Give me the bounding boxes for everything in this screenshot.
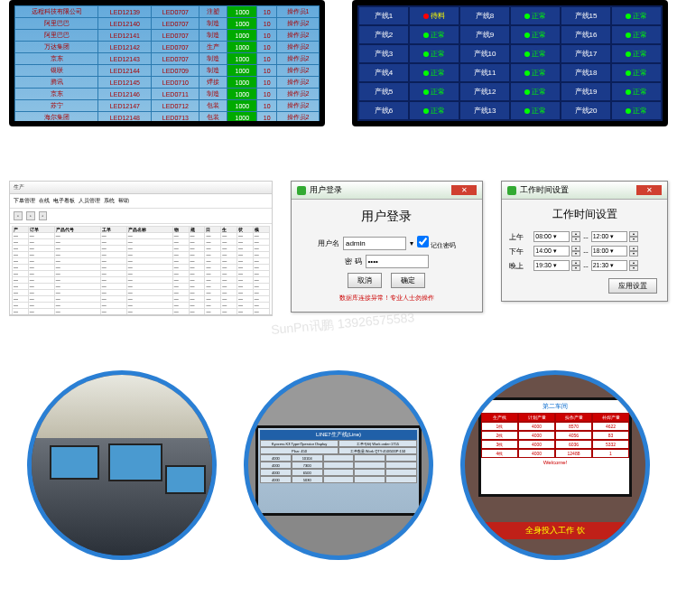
login-dialog: 用户登录 ✕ 用户登录 用户名 ▾ 记住密码 密 码 取消 确定 数据库连接异常…	[291, 181, 484, 313]
menu-item[interactable]: 下单管理	[14, 197, 35, 205]
menu-item[interactable]: 电子看板	[53, 197, 75, 205]
photo-3: 第二车间 生产线计划产量操作产量补焊产量1线4000857046222线4000…	[460, 370, 650, 560]
app-titlebar: 生产	[10, 182, 272, 194]
line-status-grid: 产线1待料产线8正常产线15正常产线2正常产线9正常产线16正常产线3正常产线1…	[359, 7, 661, 121]
app-icon	[297, 186, 306, 195]
worktime-dialog: 工作时间设置 ✕ 工作时间设置 上午08:00 ▾▴▾--12:00 ▾▴▾下午…	[501, 181, 668, 302]
worktime-heading: 工作时间设置	[509, 207, 660, 222]
app-footer: 新增 修改	[10, 314, 272, 316]
close-icon[interactable]: ✕	[636, 185, 662, 195]
management-app-window: 生产 下单管理在线电子看板人员管理系统帮助 ▫ ▫ ▫ 产订单产品代号工单产品名…	[9, 181, 273, 316]
toolbar-btn[interactable]: ▫	[39, 211, 48, 220]
time-from[interactable]: 19:30 ▾	[533, 260, 570, 271]
order-table: 远程科技有限公司LED12139LED0707注塑100010操作员1阿里巴巴L…	[14, 5, 320, 121]
worktime-titlebar: 工作时间设置 ✕	[502, 182, 667, 200]
apply-button[interactable]: 应用设置	[608, 278, 657, 294]
workshop-title: 第二车间	[481, 400, 629, 413]
login-heading: 用户登录	[301, 209, 474, 225]
menu-item[interactable]: 人员管理	[79, 197, 100, 205]
username-input[interactable]	[343, 237, 406, 250]
dropdown-icon[interactable]: ▾	[410, 239, 413, 247]
toolbar-btn[interactable]: ▫	[26, 211, 35, 220]
app-icon	[507, 186, 516, 195]
data-grid[interactable]: 产订单产品代号工单产品名称物规日生状模—————————————————————…	[12, 226, 270, 314]
worktime-window-title: 工作时间设置	[520, 184, 569, 196]
menu-item[interactable]: 在线	[39, 197, 50, 205]
monitor-1-screen: 远程科技有限公司LED12139LED0707注塑100010操作员1阿里巴巴L…	[14, 5, 320, 121]
close-icon[interactable]: ✕	[451, 185, 477, 195]
line-screen: LINE7生产线(Line) Kyocera K3 Type:Operator …	[255, 425, 422, 516]
time-from[interactable]: 14:00 ▾	[533, 246, 570, 257]
welcome-text: Welcome!	[481, 458, 629, 467]
cancel-button[interactable]: 取消	[348, 273, 382, 288]
photo-2: LINE7生产线(Line) Kyocera K3 Type:Operator …	[244, 370, 433, 560]
banner-text: 全身投入工作 饮	[465, 522, 645, 539]
app-toolbar: ▫ ▫ ▫	[10, 209, 272, 224]
remember-checkbox[interactable]: 记住密码	[417, 236, 456, 250]
username-label: 用户名	[318, 238, 339, 248]
workshop-screen: 第二车间 生产线计划产量操作产量补焊产量1线4000857046222线4000…	[478, 397, 632, 497]
password-label: 密 码	[345, 257, 361, 266]
monitor-1: 远程科技有限公司LED12139LED0707注塑100010操作员1阿里巴巴L…	[9, 0, 325, 126]
toolbar-btn[interactable]: ▫	[14, 211, 23, 220]
line-title: LINE7生产线(Line)	[260, 430, 417, 440]
password-input[interactable]	[366, 255, 429, 268]
app-body: 产订单产品代号工单产品名称物规日生状模—————————————————————…	[10, 224, 272, 314]
app-title: 生产	[14, 183, 24, 191]
monitor-2: 产线1待料产线8正常产线15正常产线2正常产线9正常产线16正常产线3正常产线1…	[352, 0, 668, 126]
menu-item[interactable]: 系统	[104, 197, 115, 205]
menu-item[interactable]: 帮助	[118, 197, 129, 205]
time-to[interactable]: 18:00 ▾	[591, 246, 627, 257]
time-from[interactable]: 08:00 ▾	[533, 231, 570, 242]
app-menubar: 下单管理在线电子看板人员管理系统帮助	[10, 194, 272, 209]
time-to[interactable]: 12:00 ▾	[591, 231, 627, 242]
workshop-table: 生产线计划产量操作产量补焊产量1线4000857046222线400040568…	[481, 413, 629, 458]
monitor-2-screen: 产线1待料产线8正常产线15正常产线2正常产线9正常产线16正常产线3正常产线1…	[357, 5, 663, 121]
photo-1	[27, 370, 217, 560]
ok-button[interactable]: 确定	[391, 273, 425, 288]
login-window-title: 用户登录	[310, 184, 342, 196]
time-to[interactable]: 21:30 ▾	[591, 260, 627, 271]
login-titlebar: 用户登录 ✕	[292, 182, 483, 200]
login-warning: 数据库连接异常！专业人士勿操作	[301, 294, 474, 303]
